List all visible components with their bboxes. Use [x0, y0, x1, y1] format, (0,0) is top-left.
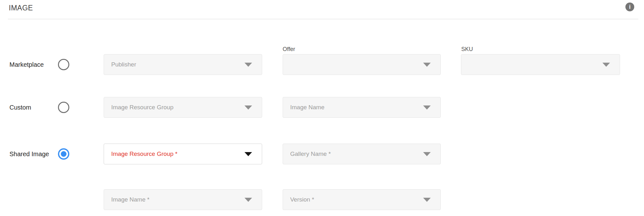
publisher-dropdown[interactable]: Publisher	[104, 54, 262, 75]
version-dropdown[interactable]: Version *	[283, 189, 441, 210]
shared-image-name-placeholder: Image Name *	[111, 196, 149, 203]
custom-image-resource-group-placeholder: Image Resource Group	[111, 104, 174, 111]
custom-image-resource-group-dropdown[interactable]: Image Resource Group	[104, 97, 262, 118]
sku-dropdown[interactable]	[461, 54, 620, 75]
chevron-down-icon	[244, 152, 252, 156]
radio-marketplace[interactable]	[58, 59, 69, 70]
info-button[interactable]: i	[625, 3, 634, 11]
chevron-down-icon	[244, 63, 252, 67]
radio-shared-image[interactable]	[58, 148, 69, 160]
chevron-down-icon	[423, 105, 431, 110]
shared-image-resource-group-placeholder: Image Resource Group *	[111, 151, 177, 157]
chevron-down-icon	[423, 198, 431, 202]
chevron-down-icon	[423, 63, 431, 67]
version-placeholder: Version *	[290, 196, 314, 203]
chevron-down-icon	[602, 63, 610, 67]
chevron-down-icon	[244, 198, 252, 202]
chevron-down-icon	[244, 105, 252, 110]
shared-image-name-dropdown[interactable]: Image Name *	[104, 189, 262, 210]
gallery-name-dropdown[interactable]: Gallery Name *	[283, 144, 441, 164]
custom-image-name-placeholder: Image Name	[290, 104, 325, 111]
offer-field-label: Offer	[283, 46, 295, 53]
section-divider	[8, 19, 638, 19]
radio-custom[interactable]	[58, 102, 69, 113]
info-icon: i	[629, 4, 630, 10]
option-label-custom: Custom	[9, 104, 31, 111]
option-label-marketplace: Marketplace	[9, 61, 44, 68]
chevron-down-icon	[423, 152, 431, 156]
image-section: IMAGE i Marketplace Publisher Offer SKU …	[0, 0, 644, 216]
publisher-placeholder: Publisher	[111, 61, 136, 68]
sku-field-label: SKU	[461, 46, 473, 53]
shared-image-resource-group-dropdown[interactable]: Image Resource Group *	[104, 144, 262, 164]
option-label-shared-image: Shared Image	[9, 150, 49, 158]
gallery-name-placeholder: Gallery Name *	[290, 151, 331, 157]
offer-dropdown[interactable]	[283, 54, 441, 75]
page-title: IMAGE	[9, 4, 33, 12]
custom-image-name-dropdown[interactable]: Image Name	[283, 97, 441, 118]
